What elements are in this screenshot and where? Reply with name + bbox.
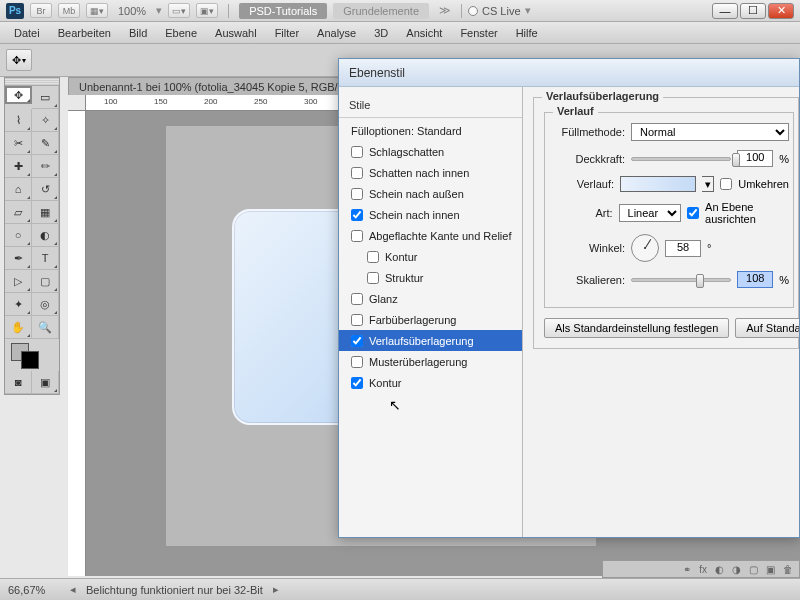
path-select-tool[interactable]: ▷ <box>5 270 32 293</box>
toolbox-grip[interactable] <box>5 78 59 86</box>
dodge-tool[interactable]: ◐ <box>32 224 59 247</box>
styles-header[interactable]: Stile <box>339 95 522 118</box>
document-tab[interactable]: Unbenannt-1 bei 100% (fotolia_34045 Kopi… <box>68 77 358 95</box>
view-extras-button[interactable]: ▦▾ <box>86 3 108 18</box>
angle-input[interactable]: 58 <box>665 240 701 257</box>
quickmask-button[interactable]: ◙ <box>5 371 32 394</box>
style-checkbox[interactable] <box>367 272 379 284</box>
menu-auswahl[interactable]: Auswahl <box>207 25 265 41</box>
gradient-tool[interactable]: ▦ <box>32 201 59 224</box>
screenmode-tool[interactable]: ▣ <box>32 371 59 394</box>
menu-filter[interactable]: Filter <box>267 25 307 41</box>
minimize-button[interactable]: — <box>712 3 738 19</box>
status-zoom[interactable]: 66,67% <box>6 583 60 597</box>
style-row-kontur[interactable]: Kontur <box>339 372 522 393</box>
close-button[interactable]: ✕ <box>768 3 794 19</box>
screenmode-button[interactable]: ▣▾ <box>196 3 218 18</box>
menu-datei[interactable]: Datei <box>6 25 48 41</box>
scale-input[interactable]: 108 <box>737 271 773 288</box>
style-row-struktur[interactable]: Struktur <box>339 267 522 288</box>
hand-tool[interactable]: ✋ <box>5 316 32 339</box>
ruler-vertical[interactable] <box>68 111 86 576</box>
style-row-glanz[interactable]: Glanz <box>339 288 522 309</box>
maximize-button[interactable]: ☐ <box>740 3 766 19</box>
gradient-preview[interactable] <box>620 176 696 192</box>
opacity-input[interactable]: 100 <box>737 150 773 167</box>
menu-bearbeiten[interactable]: Bearbeiten <box>50 25 119 41</box>
marquee-tool[interactable]: ▭ <box>32 86 59 109</box>
style-checkbox[interactable] <box>351 293 363 305</box>
menu-3d[interactable]: 3D <box>366 25 396 41</box>
angle-dial[interactable] <box>631 234 659 262</box>
trash-icon[interactable]: 🗑 <box>783 564 793 575</box>
fill-options-row[interactable]: Fülloptionen: Standard <box>339 120 522 141</box>
blur-tool[interactable]: ○ <box>5 224 32 247</box>
style-checkbox[interactable] <box>351 335 363 347</box>
background-swatch[interactable] <box>21 351 39 369</box>
zoom-display[interactable]: 100% <box>118 5 146 17</box>
menu-bild[interactable]: Bild <box>121 25 155 41</box>
ruler-origin[interactable] <box>68 95 86 111</box>
new-layer-icon[interactable]: ▣ <box>766 564 775 575</box>
menu-ebene[interactable]: Ebene <box>157 25 205 41</box>
style-checkbox[interactable] <box>351 314 363 326</box>
chevron-double-right-icon[interactable]: ≫ <box>439 4 451 17</box>
adjustment-icon[interactable]: ◑ <box>732 564 741 575</box>
style-checkbox[interactable] <box>351 209 363 221</box>
pen-tool[interactable]: ✒ <box>5 247 32 270</box>
style-row-kontur[interactable]: Kontur <box>339 246 522 267</box>
menu-hilfe[interactable]: Hilfe <box>508 25 546 41</box>
eyedropper-tool[interactable]: ✎ <box>32 132 59 155</box>
chevron-down-icon[interactable]: ▾ <box>702 176 714 192</box>
folder-icon[interactable]: ▢ <box>749 564 758 575</box>
style-row-farb-berlagerung[interactable]: Farbüberlagerung <box>339 309 522 330</box>
color-swatches[interactable] <box>5 339 59 371</box>
style-type-select[interactable]: Linear <box>619 204 682 222</box>
menu-fenster[interactable]: Fenster <box>452 25 505 41</box>
blend-mode-select[interactable]: Normal <box>631 123 789 141</box>
style-checkbox[interactable] <box>351 146 363 158</box>
3d-tool[interactable]: ✦ <box>5 293 32 316</box>
style-row-schlagschatten[interactable]: Schlagschatten <box>339 141 522 162</box>
move-tool[interactable]: ✥ <box>5 86 32 104</box>
style-checkbox[interactable] <box>367 251 379 263</box>
bridge-button[interactable]: Br <box>30 3 52 18</box>
3d-camera-tool[interactable]: ◎ <box>32 293 59 316</box>
stamp-tool[interactable]: ⌂ <box>5 178 32 201</box>
crop-tool[interactable]: ✂ <box>5 132 32 155</box>
style-checkbox[interactable] <box>351 230 363 242</box>
style-checkbox[interactable] <box>351 356 363 368</box>
style-row-schein-nach-innen[interactable]: Schein nach innen <box>339 204 522 225</box>
menu-ansicht[interactable]: Ansicht <box>398 25 450 41</box>
style-checkbox[interactable] <box>351 377 363 389</box>
type-tool[interactable]: T <box>32 247 59 270</box>
style-row-verlaufs-berlagerung[interactable]: Verlaufsüberlagerung <box>339 330 522 351</box>
mask-icon[interactable]: ◐ <box>715 564 724 575</box>
workspace-chip[interactable]: Grundelemente <box>333 3 429 19</box>
style-row-abgeflachte-kante-und-relief[interactable]: Abgeflachte Kante und Relief <box>339 225 522 246</box>
status-arrow-left-icon[interactable]: ◂ <box>68 583 78 596</box>
eraser-tool[interactable]: ▱ <box>5 201 32 224</box>
scale-slider[interactable] <box>631 278 731 282</box>
style-checkbox[interactable] <box>351 188 363 200</box>
brush-tool[interactable]: ✏ <box>32 155 59 178</box>
minibridge-button[interactable]: Mb <box>58 3 80 18</box>
lasso-tool[interactable]: ⌇ <box>5 109 32 132</box>
arrange-button[interactable]: ▭▾ <box>168 3 190 18</box>
menu-analyse[interactable]: Analyse <box>309 25 364 41</box>
make-default-button[interactable]: Als Standardeinstellung festlegen <box>544 318 729 338</box>
move-tool-preset-icon[interactable]: ✥▾ <box>6 49 32 71</box>
style-checkbox[interactable] <box>351 167 363 179</box>
magic-wand-tool[interactable]: ✧ <box>32 109 59 132</box>
reverse-checkbox[interactable] <box>720 178 732 190</box>
opacity-slider[interactable] <box>631 157 731 161</box>
status-arrow-right-icon[interactable]: ▸ <box>271 583 281 596</box>
healing-tool[interactable]: ✚ <box>5 155 32 178</box>
history-brush-tool[interactable]: ↺ <box>32 178 59 201</box>
style-row-schatten-nach-innen[interactable]: Schatten nach innen <box>339 162 522 183</box>
zoom-tool[interactable]: 🔍 <box>32 316 59 339</box>
workspace-chip-active[interactable]: PSD-Tutorials <box>239 3 327 19</box>
align-checkbox[interactable] <box>687 207 699 219</box>
fx-icon[interactable]: fx <box>699 564 707 575</box>
link-icon[interactable]: ⚭ <box>683 564 691 575</box>
